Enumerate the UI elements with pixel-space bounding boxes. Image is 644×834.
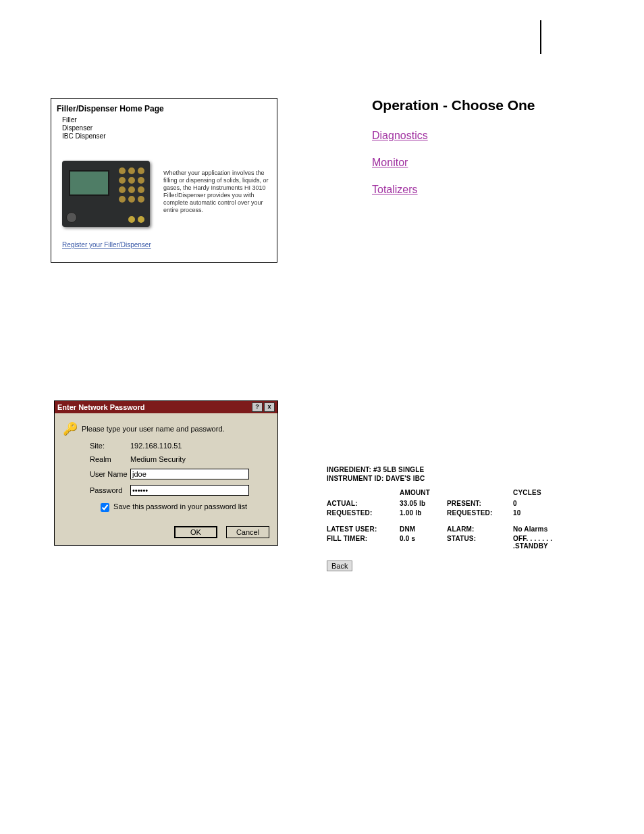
instrument-value: DAVE'S IBC — [385, 475, 425, 482]
key-icon: 🔑 — [63, 421, 82, 436]
present-label: PRESENT: — [447, 500, 500, 509]
realm-label: Realm — [63, 455, 130, 463]
close-icon[interactable]: x — [264, 402, 275, 412]
nav-item[interactable]: IBC Dispenser — [62, 132, 277, 140]
dialog-instruction: Please type your user name and password. — [82, 425, 225, 433]
site-label: Site: — [63, 442, 130, 450]
actual-value: 33.05 lb — [400, 500, 433, 509]
operation-link-diagnostics[interactable]: Diagnostics — [372, 130, 535, 142]
fill-timer-value: 0.0 s — [400, 535, 433, 544]
nav-item[interactable]: Dispenser — [62, 124, 277, 132]
username-input[interactable] — [130, 469, 249, 479]
actual-label: ACTUAL: — [327, 500, 386, 509]
status-value: OFF. . . . . . . .STANDBY — [513, 535, 587, 544]
amount-header: AMOUNT — [400, 489, 433, 500]
requested-value: 1.00 lb — [400, 509, 433, 519]
requested2-value: 10 — [513, 509, 587, 519]
requested2-label: REQUESTED: — [447, 509, 500, 519]
back-button[interactable]: Back — [327, 561, 352, 571]
present-value: 0 — [513, 500, 587, 509]
homepage-title: Filler/Dispenser Home Page — [51, 99, 277, 116]
ingredient-value: #3 5LB SINGLE — [373, 466, 424, 473]
device-image — [57, 146, 158, 237]
text-cursor — [540, 20, 541, 54]
nav-item[interactable]: Filler — [62, 116, 277, 124]
operation-panel: Operation - Choose One Diagnostics Monit… — [372, 97, 535, 211]
fill-timer-label: FILL TIMER: — [327, 535, 386, 544]
cycles-header: CYCLES — [513, 489, 587, 500]
instrument-label: INSTRUMENT ID: — [327, 475, 383, 482]
register-link[interactable]: Register your Filler/Dispenser — [51, 241, 277, 249]
requested-label: REQUESTED: — [327, 509, 386, 519]
save-password-label: Save this password in your password list — [113, 502, 247, 511]
ingredient-label: INGREDIENT: — [327, 466, 371, 473]
username-label: User Name — [63, 470, 130, 478]
dialog-title-text: Enter Network Password — [57, 403, 250, 411]
cancel-button[interactable]: Cancel — [226, 526, 269, 538]
password-label: Password — [63, 486, 130, 494]
status-label: STATUS: — [447, 535, 500, 544]
dialog-titlebar: Enter Network Password ? x — [55, 401, 277, 413]
monitor-panel: INGREDIENT: #3 5LB SINGLE INSTRUMENT ID:… — [327, 466, 601, 571]
save-password-checkbox[interactable] — [101, 503, 109, 512]
site-value: 192.168.110.51 — [130, 442, 182, 450]
password-input[interactable] — [130, 485, 249, 496]
alarm-value: No Alarms — [513, 525, 587, 535]
monitor-table: ACTUAL: REQUESTED: LATEST USER: FILL TIM… — [327, 489, 601, 544]
alarm-label: ALARM: — [447, 525, 500, 535]
operation-link-totalizers[interactable]: Totalizers — [372, 184, 535, 196]
operation-link-monitor[interactable]: Monitor — [372, 157, 535, 169]
homepage-blurb: Whether your application involves the fi… — [158, 170, 271, 214]
realm-value: Medium Security — [130, 455, 186, 463]
help-icon[interactable]: ? — [252, 402, 263, 412]
ok-button[interactable]: OK — [174, 526, 217, 538]
homepage-nav-list: Filler Dispenser IBC Dispenser — [51, 116, 277, 140]
password-dialog: Enter Network Password ? x 🔑 Please type… — [54, 400, 278, 546]
homepage-card: Filler/Dispenser Home Page Filler Dispen… — [51, 98, 277, 263]
latest-user-value: DNM — [400, 525, 433, 535]
operation-title: Operation - Choose One — [372, 97, 535, 113]
latest-user-label: LATEST USER: — [327, 525, 386, 535]
